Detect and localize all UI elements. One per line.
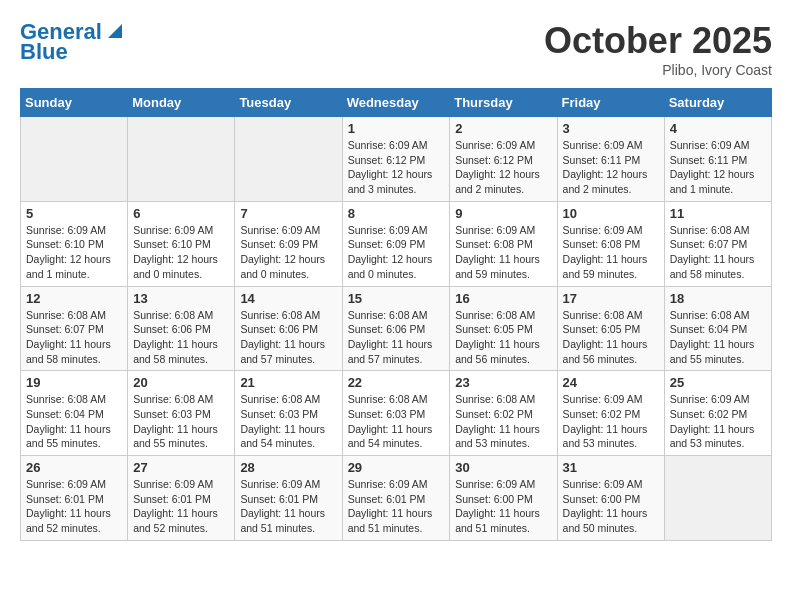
day-number: 18 — [670, 291, 766, 306]
calendar-cell: 20Sunrise: 6:08 AM Sunset: 6:03 PM Dayli… — [128, 371, 235, 456]
calendar-cell: 17Sunrise: 6:08 AM Sunset: 6:05 PM Dayli… — [557, 286, 664, 371]
calendar-cell: 11Sunrise: 6:08 AM Sunset: 6:07 PM Dayli… — [664, 201, 771, 286]
calendar-week-row: 1Sunrise: 6:09 AM Sunset: 6:12 PM Daylig… — [21, 117, 772, 202]
day-info: Sunrise: 6:08 AM Sunset: 6:04 PM Dayligh… — [26, 392, 122, 451]
calendar-cell: 26Sunrise: 6:09 AM Sunset: 6:01 PM Dayli… — [21, 456, 128, 541]
day-info: Sunrise: 6:08 AM Sunset: 6:07 PM Dayligh… — [670, 223, 766, 282]
calendar-cell: 9Sunrise: 6:09 AM Sunset: 6:08 PM Daylig… — [450, 201, 557, 286]
calendar-cell: 16Sunrise: 6:08 AM Sunset: 6:05 PM Dayli… — [450, 286, 557, 371]
calendar-cell: 2Sunrise: 6:09 AM Sunset: 6:12 PM Daylig… — [450, 117, 557, 202]
day-number: 22 — [348, 375, 445, 390]
day-info: Sunrise: 6:09 AM Sunset: 6:08 PM Dayligh… — [455, 223, 551, 282]
calendar-cell: 30Sunrise: 6:09 AM Sunset: 6:00 PM Dayli… — [450, 456, 557, 541]
weekday-header-cell: Thursday — [450, 89, 557, 117]
day-number: 13 — [133, 291, 229, 306]
day-info: Sunrise: 6:08 AM Sunset: 6:07 PM Dayligh… — [26, 308, 122, 367]
logo: General Blue — [20, 20, 122, 64]
day-info: Sunrise: 6:09 AM Sunset: 6:12 PM Dayligh… — [455, 138, 551, 197]
day-info: Sunrise: 6:09 AM Sunset: 6:10 PM Dayligh… — [133, 223, 229, 282]
day-number: 6 — [133, 206, 229, 221]
day-info: Sunrise: 6:09 AM Sunset: 6:08 PM Dayligh… — [563, 223, 659, 282]
calendar-cell: 13Sunrise: 6:08 AM Sunset: 6:06 PM Dayli… — [128, 286, 235, 371]
weekday-header-row: SundayMondayTuesdayWednesdayThursdayFrid… — [21, 89, 772, 117]
day-number: 19 — [26, 375, 122, 390]
day-info: Sunrise: 6:09 AM Sunset: 6:12 PM Dayligh… — [348, 138, 445, 197]
weekday-header-cell: Friday — [557, 89, 664, 117]
calendar-cell: 8Sunrise: 6:09 AM Sunset: 6:09 PM Daylig… — [342, 201, 450, 286]
day-info: Sunrise: 6:09 AM Sunset: 6:01 PM Dayligh… — [240, 477, 336, 536]
day-number: 26 — [26, 460, 122, 475]
day-info: Sunrise: 6:08 AM Sunset: 6:03 PM Dayligh… — [133, 392, 229, 451]
day-number: 15 — [348, 291, 445, 306]
weekday-header-cell: Monday — [128, 89, 235, 117]
day-number: 7 — [240, 206, 336, 221]
calendar-cell: 31Sunrise: 6:09 AM Sunset: 6:00 PM Dayli… — [557, 456, 664, 541]
calendar-cell: 6Sunrise: 6:09 AM Sunset: 6:10 PM Daylig… — [128, 201, 235, 286]
calendar-week-row: 26Sunrise: 6:09 AM Sunset: 6:01 PM Dayli… — [21, 456, 772, 541]
calendar-cell: 1Sunrise: 6:09 AM Sunset: 6:12 PM Daylig… — [342, 117, 450, 202]
day-number: 12 — [26, 291, 122, 306]
day-info: Sunrise: 6:08 AM Sunset: 6:06 PM Dayligh… — [348, 308, 445, 367]
day-info: Sunrise: 6:08 AM Sunset: 6:05 PM Dayligh… — [563, 308, 659, 367]
day-info: Sunrise: 6:09 AM Sunset: 6:01 PM Dayligh… — [133, 477, 229, 536]
day-number: 2 — [455, 121, 551, 136]
day-number: 3 — [563, 121, 659, 136]
day-number: 11 — [670, 206, 766, 221]
svg-marker-0 — [108, 24, 122, 38]
day-info: Sunrise: 6:09 AM Sunset: 6:01 PM Dayligh… — [26, 477, 122, 536]
month-title: October 2025 — [544, 20, 772, 62]
calendar-cell: 24Sunrise: 6:09 AM Sunset: 6:02 PM Dayli… — [557, 371, 664, 456]
day-info: Sunrise: 6:09 AM Sunset: 6:10 PM Dayligh… — [26, 223, 122, 282]
calendar-cell: 4Sunrise: 6:09 AM Sunset: 6:11 PM Daylig… — [664, 117, 771, 202]
calendar-week-row: 5Sunrise: 6:09 AM Sunset: 6:10 PM Daylig… — [21, 201, 772, 286]
calendar-cell — [664, 456, 771, 541]
page-header: General Blue October 2025 Plibo, Ivory C… — [20, 20, 772, 78]
calendar-cell: 28Sunrise: 6:09 AM Sunset: 6:01 PM Dayli… — [235, 456, 342, 541]
day-info: Sunrise: 6:08 AM Sunset: 6:04 PM Dayligh… — [670, 308, 766, 367]
calendar-cell: 18Sunrise: 6:08 AM Sunset: 6:04 PM Dayli… — [664, 286, 771, 371]
day-number: 31 — [563, 460, 659, 475]
calendar-cell: 29Sunrise: 6:09 AM Sunset: 6:01 PM Dayli… — [342, 456, 450, 541]
day-info: Sunrise: 6:09 AM Sunset: 6:11 PM Dayligh… — [670, 138, 766, 197]
day-info: Sunrise: 6:08 AM Sunset: 6:03 PM Dayligh… — [348, 392, 445, 451]
day-number: 14 — [240, 291, 336, 306]
weekday-header-cell: Saturday — [664, 89, 771, 117]
day-number: 24 — [563, 375, 659, 390]
title-block: October 2025 Plibo, Ivory Coast — [544, 20, 772, 78]
calendar-cell: 19Sunrise: 6:08 AM Sunset: 6:04 PM Dayli… — [21, 371, 128, 456]
day-info: Sunrise: 6:09 AM Sunset: 6:02 PM Dayligh… — [563, 392, 659, 451]
calendar-cell: 22Sunrise: 6:08 AM Sunset: 6:03 PM Dayli… — [342, 371, 450, 456]
weekday-header-cell: Sunday — [21, 89, 128, 117]
day-info: Sunrise: 6:08 AM Sunset: 6:03 PM Dayligh… — [240, 392, 336, 451]
day-info: Sunrise: 6:09 AM Sunset: 6:02 PM Dayligh… — [670, 392, 766, 451]
day-number: 25 — [670, 375, 766, 390]
day-number: 30 — [455, 460, 551, 475]
day-number: 4 — [670, 121, 766, 136]
day-number: 17 — [563, 291, 659, 306]
calendar-cell: 15Sunrise: 6:08 AM Sunset: 6:06 PM Dayli… — [342, 286, 450, 371]
day-info: Sunrise: 6:09 AM Sunset: 6:00 PM Dayligh… — [563, 477, 659, 536]
day-number: 29 — [348, 460, 445, 475]
day-number: 5 — [26, 206, 122, 221]
day-number: 10 — [563, 206, 659, 221]
calendar-cell: 10Sunrise: 6:09 AM Sunset: 6:08 PM Dayli… — [557, 201, 664, 286]
day-number: 23 — [455, 375, 551, 390]
calendar-body: 1Sunrise: 6:09 AM Sunset: 6:12 PM Daylig… — [21, 117, 772, 541]
calendar-cell: 5Sunrise: 6:09 AM Sunset: 6:10 PM Daylig… — [21, 201, 128, 286]
calendar-cell — [235, 117, 342, 202]
calendar-cell: 25Sunrise: 6:09 AM Sunset: 6:02 PM Dayli… — [664, 371, 771, 456]
calendar-cell: 23Sunrise: 6:08 AM Sunset: 6:02 PM Dayli… — [450, 371, 557, 456]
calendar-cell: 27Sunrise: 6:09 AM Sunset: 6:01 PM Dayli… — [128, 456, 235, 541]
day-number: 16 — [455, 291, 551, 306]
day-info: Sunrise: 6:09 AM Sunset: 6:09 PM Dayligh… — [240, 223, 336, 282]
day-info: Sunrise: 6:08 AM Sunset: 6:06 PM Dayligh… — [133, 308, 229, 367]
calendar-cell: 14Sunrise: 6:08 AM Sunset: 6:06 PM Dayli… — [235, 286, 342, 371]
calendar-cell: 21Sunrise: 6:08 AM Sunset: 6:03 PM Dayli… — [235, 371, 342, 456]
day-number: 9 — [455, 206, 551, 221]
day-info: Sunrise: 6:09 AM Sunset: 6:11 PM Dayligh… — [563, 138, 659, 197]
location-subtitle: Plibo, Ivory Coast — [544, 62, 772, 78]
day-info: Sunrise: 6:09 AM Sunset: 6:00 PM Dayligh… — [455, 477, 551, 536]
calendar-cell — [21, 117, 128, 202]
day-number: 1 — [348, 121, 445, 136]
day-number: 27 — [133, 460, 229, 475]
